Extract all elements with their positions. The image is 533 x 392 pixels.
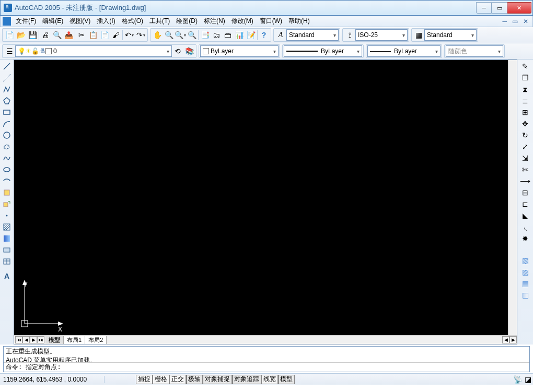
insert-block-button[interactable] bbox=[1, 187, 13, 198]
print-button[interactable]: 🖨 bbox=[40, 29, 51, 41]
match-button[interactable]: 🖌 bbox=[110, 29, 122, 41]
mirror-button[interactable]: ⧗ bbox=[519, 84, 531, 95]
zoom-previous-button[interactable]: 🔍 bbox=[186, 29, 198, 41]
toggle-otrack[interactable]: 对象追踪 bbox=[232, 375, 261, 384]
text-style-dropdown[interactable]: Standard ▾ bbox=[286, 29, 339, 41]
status-coordinates[interactable]: 1159.2664, 615.4953 , 0.0000 bbox=[0, 376, 105, 383]
ellipse-arc-button[interactable] bbox=[1, 175, 13, 187]
chamfer-button[interactable]: ◣ bbox=[519, 210, 531, 221]
close-button[interactable]: ✕ bbox=[507, 2, 531, 14]
new-button[interactable]: 📄 bbox=[4, 29, 15, 41]
menu-view[interactable]: 视图(V) bbox=[66, 17, 94, 26]
region-button[interactable] bbox=[1, 244, 13, 256]
break-at-point-button[interactable]: ⊟ bbox=[519, 187, 531, 198]
menu-edit[interactable]: 编辑(E) bbox=[39, 17, 66, 26]
copy-object-button[interactable]: ❐ bbox=[519, 72, 531, 84]
mdi-restore-button[interactable]: ▭ bbox=[512, 18, 518, 25]
polyline-button[interactable] bbox=[1, 84, 13, 95]
menu-format[interactable]: 格式(O) bbox=[119, 17, 146, 26]
break-button[interactable]: ⊏ bbox=[519, 198, 531, 210]
tab-last-button[interactable]: ⏭ bbox=[37, 336, 44, 343]
tab-model[interactable]: 模型 bbox=[45, 336, 64, 344]
scale-button[interactable]: ⤢ bbox=[519, 141, 531, 152]
draworder-back-button[interactable]: ▨ bbox=[519, 266, 531, 278]
pan-realtime-button[interactable]: ✋ bbox=[152, 29, 163, 41]
menu-file[interactable]: 文件(F) bbox=[13, 17, 39, 26]
extend-button[interactable]: ⟶ bbox=[519, 175, 531, 187]
dim-style-dropdown[interactable]: ISO-25 ▾ bbox=[355, 29, 408, 41]
revcloud-button[interactable] bbox=[1, 141, 13, 152]
toggle-polar[interactable]: 极轴 bbox=[186, 375, 203, 384]
sheetset-button[interactable]: 📊 bbox=[234, 29, 245, 41]
redo-button[interactable]: ↷▾ bbox=[135, 29, 146, 41]
polygon-button[interactable] bbox=[1, 95, 13, 106]
mdi-minimize-button[interactable]: ─ bbox=[502, 18, 507, 25]
point-button[interactable] bbox=[1, 210, 13, 221]
hscroll-right-button[interactable]: ▶ bbox=[509, 336, 517, 343]
tab-prev-button[interactable]: ◀ bbox=[22, 336, 30, 343]
draworder-above-button[interactable]: ▤ bbox=[519, 278, 531, 289]
lineweight-dropdown[interactable]: ByLayer ▾ bbox=[367, 45, 441, 57]
menu-tools[interactable]: 工具(T) bbox=[146, 17, 173, 26]
mdi-close-button[interactable]: ✕ bbox=[523, 18, 528, 25]
draworder-front-button[interactable]: ▧ bbox=[519, 255, 531, 266]
rotate-button[interactable]: ↻ bbox=[519, 129, 531, 141]
help-button[interactable]: ? bbox=[258, 29, 270, 41]
copy-button[interactable]: 📋 bbox=[87, 29, 99, 41]
tab-layout1[interactable]: 布局1 bbox=[64, 336, 85, 344]
fillet-button[interactable]: ◟ bbox=[519, 221, 531, 233]
tab-layout2[interactable]: 布局2 bbox=[85, 336, 107, 344]
toggle-grid[interactable]: 栅格 bbox=[153, 375, 169, 384]
cut-button[interactable]: ✂ bbox=[76, 29, 87, 41]
circle-button[interactable] bbox=[1, 129, 13, 141]
command-input[interactable]: 命令: 指定对角点: bbox=[4, 362, 529, 372]
gradient-button[interactable] bbox=[1, 233, 13, 244]
line-button[interactable] bbox=[1, 61, 13, 72]
menu-insert[interactable]: 插入(I) bbox=[94, 17, 118, 26]
draworder-under-button[interactable]: ▥ bbox=[519, 289, 531, 301]
paste-button[interactable]: 📄 bbox=[99, 29, 110, 41]
move-button[interactable]: ✥ bbox=[519, 118, 531, 129]
tab-first-button[interactable]: ⏮ bbox=[15, 336, 22, 343]
minimize-button[interactable]: ─ bbox=[476, 2, 492, 14]
layer-previous-button[interactable]: ⟲ bbox=[172, 45, 183, 57]
menu-dimension[interactable]: 标注(N) bbox=[201, 17, 228, 26]
rectangle-button[interactable] bbox=[1, 106, 13, 118]
erase-button[interactable]: ✎ bbox=[519, 61, 531, 72]
make-block-button[interactable] bbox=[1, 198, 13, 210]
construction-line-button[interactable] bbox=[1, 72, 13, 84]
drawing-canvas[interactable]: Y X bbox=[14, 60, 508, 335]
properties-button[interactable]: 📑 bbox=[199, 29, 211, 41]
menu-modify[interactable]: 修改(M) bbox=[228, 17, 257, 26]
toggle-osnap[interactable]: 对象捕捉 bbox=[203, 375, 232, 384]
communication-center-icon[interactable]: 📡 bbox=[512, 374, 523, 385]
offset-button[interactable]: ≣ bbox=[519, 95, 531, 106]
hscroll-left-button[interactable]: ◀ bbox=[502, 336, 509, 343]
publish-button[interactable]: 📤 bbox=[63, 29, 74, 41]
table-style-dropdown[interactable]: Standard ▾ bbox=[424, 29, 477, 41]
zoom-window-button[interactable]: 🔍▾ bbox=[175, 29, 186, 41]
layer-manager-button[interactable]: ☰ bbox=[4, 45, 15, 57]
markup-button[interactable]: 📝 bbox=[245, 29, 257, 41]
open-button[interactable]: 📂 bbox=[15, 29, 27, 41]
array-button[interactable]: ⊞ bbox=[519, 106, 531, 118]
zoom-realtime-button[interactable]: 🔍 bbox=[163, 29, 175, 41]
toggle-model[interactable]: 模型 bbox=[278, 375, 295, 384]
table-button[interactable] bbox=[1, 256, 13, 267]
layer-states-button[interactable]: 📚 bbox=[183, 45, 195, 57]
linetype-dropdown[interactable]: ByLayer ▾ bbox=[284, 45, 362, 57]
tab-next-button[interactable]: ▶ bbox=[30, 336, 37, 343]
color-dropdown[interactable]: ByLayer ▾ bbox=[200, 45, 279, 57]
vertical-scrollbar[interactable] bbox=[508, 60, 517, 335]
status-lock-icon[interactable]: ◪ bbox=[523, 374, 533, 385]
menu-draw[interactable]: 绘图(D) bbox=[173, 17, 201, 26]
tool-palettes-button[interactable]: 🗃 bbox=[222, 29, 234, 41]
trim-button[interactable]: ✄ bbox=[519, 164, 531, 175]
explode-button[interactable]: ✸ bbox=[519, 233, 531, 244]
layer-dropdown[interactable]: 💡 ☀ 🔓 🖶 0 ▾ bbox=[15, 45, 172, 57]
menu-help[interactable]: 帮助(H) bbox=[285, 17, 313, 26]
mdi-icon[interactable] bbox=[3, 17, 11, 26]
arc-button[interactable] bbox=[1, 118, 13, 129]
ellipse-button[interactable] bbox=[1, 164, 13, 175]
toggle-snap[interactable]: 捕捉 bbox=[136, 375, 153, 384]
